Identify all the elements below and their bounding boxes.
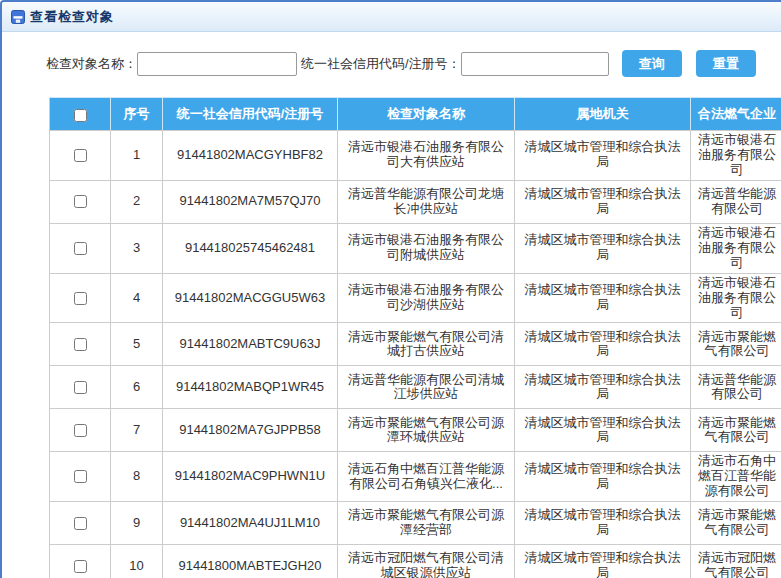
cell-index: 8	[111, 452, 163, 502]
table-header-row: 序号 统一社会信用代码/注册号 检查对象名称 属地机关 合法燃气企业	[50, 98, 781, 131]
credit-code-input[interactable]	[461, 52, 609, 76]
object-name-label: 检查对象名称：	[46, 55, 137, 73]
cell-code: 91441802MACGYHBF82	[163, 131, 338, 181]
col-header-name: 检查对象名称	[338, 98, 515, 131]
row-checkbox-cell	[50, 545, 111, 578]
col-header-company: 合法燃气企业	[691, 98, 781, 131]
table-row: 9 91441802MA4UJ1LM10 清远市聚能燃气有限公司源潭经营部 清城…	[50, 502, 781, 545]
cell-company: 清远市冠阳燃气有限公司	[691, 545, 781, 578]
cell-company: 清远普华能源有限公司	[691, 366, 781, 409]
table-row: 2 91441802MA7M57QJ70 清远普华能源有限公司龙塘长冲供应站 清…	[50, 180, 781, 223]
cell-index: 10	[111, 545, 163, 578]
inspection-objects-table: 序号 统一社会信用代码/注册号 检查对象名称 属地机关 合法燃气企业 1 914…	[49, 97, 781, 578]
cell-authority: 清城区城市管理和综合执法局	[515, 273, 691, 323]
table-row: 6 91441802MABQP1WR45 清远普华能源有限公司清城江埗供应站 清…	[50, 366, 781, 409]
row-checkbox-cell	[50, 502, 111, 545]
row-checkbox-cell	[50, 323, 111, 366]
floppy-disk-icon	[11, 10, 25, 24]
cell-company: 清远普华能源有限公司	[691, 180, 781, 223]
credit-code-label: 统一社会信用代码/注册号：	[301, 55, 461, 73]
table-row: 1 91441802MACGYHBF82 清远市银港石油服务有限公司大有供应站 …	[50, 131, 781, 181]
cell-index: 1	[111, 131, 163, 181]
query-button[interactable]: 查询	[622, 50, 682, 77]
table-row: 7 91441802MA7GJPPB58 清远市聚能燃气有限公司源潭环城供应站 …	[50, 409, 781, 452]
table-row: 10 91441800MABTEJGH20 清远市冠阳燃气有限公司清城区银源供应…	[50, 545, 781, 578]
row-checkbox[interactable]	[74, 292, 87, 305]
cell-authority: 清城区城市管理和综合执法局	[515, 545, 691, 578]
cell-code: 91441802MABQP1WR45	[163, 366, 338, 409]
row-checkbox[interactable]	[74, 149, 87, 162]
cell-authority: 清城区城市管理和综合执法局	[515, 366, 691, 409]
panel-titlebar: 查看检查对象	[2, 2, 781, 32]
row-checkbox[interactable]	[74, 338, 87, 351]
cell-name: 清远石角中燃百江普华能源有限公司石角镇兴仁液化...	[338, 452, 515, 502]
row-checkbox-cell	[50, 366, 111, 409]
row-checkbox[interactable]	[74, 517, 87, 530]
row-checkbox[interactable]	[74, 195, 87, 208]
row-checkbox-cell	[50, 452, 111, 502]
table-row: 4 91441802MACGGU5W63 清远市银港石油服务有限公司沙湖供应站 …	[50, 273, 781, 323]
cell-name: 清远市银港石油服务有限公司沙湖供应站	[338, 273, 515, 323]
row-checkbox-cell	[50, 409, 111, 452]
cell-index: 9	[111, 502, 163, 545]
cell-authority: 清城区城市管理和综合执法局	[515, 131, 691, 181]
cell-code: 91441802MA7GJPPB58	[163, 409, 338, 452]
cell-authority: 清城区城市管理和综合执法局	[515, 323, 691, 366]
cell-code: 914418025745462481	[163, 223, 338, 273]
row-checkbox[interactable]	[74, 242, 87, 255]
cell-company: 清远市石角中燃百江普华能源有限公司	[691, 452, 781, 502]
cell-company: 清远市聚能燃气有限公司	[691, 323, 781, 366]
cell-code: 91441800MABTEJGH20	[163, 545, 338, 578]
cell-code: 91441802MA7M57QJ70	[163, 180, 338, 223]
cell-authority: 清城区城市管理和综合执法局	[515, 502, 691, 545]
cell-name: 清远普华能源有限公司龙塘长冲供应站	[338, 180, 515, 223]
cell-authority: 清城区城市管理和综合执法局	[515, 180, 691, 223]
view-inspection-objects-panel: 查看检查对象 检查对象名称： 统一社会信用代码/注册号： 查询 重置 序号 统一…	[0, 0, 781, 578]
table-row: 5 91441802MABTC9U63J 清远市聚能燃气有限公司清城打古供应站 …	[50, 323, 781, 366]
select-all-cell	[50, 98, 111, 131]
cell-authority: 清城区城市管理和综合执法局	[515, 409, 691, 452]
col-header-authority: 属地机关	[515, 98, 691, 131]
row-checkbox[interactable]	[74, 381, 87, 394]
cell-name: 清远普华能源有限公司清城江埗供应站	[338, 366, 515, 409]
row-checkbox-cell	[50, 180, 111, 223]
row-checkbox-cell	[50, 223, 111, 273]
select-all-checkbox[interactable]	[74, 109, 87, 122]
row-checkbox[interactable]	[74, 424, 87, 437]
table-body: 1 91441802MACGYHBF82 清远市银港石油服务有限公司大有供应站 …	[50, 131, 781, 578]
cell-name: 清远市冠阳燃气有限公司清城区银源供应站	[338, 545, 515, 578]
cell-index: 6	[111, 366, 163, 409]
cell-code: 91441802MACGGU5W63	[163, 273, 338, 323]
cell-name: 清远市银港石油服务有限公司附城供应站	[338, 223, 515, 273]
cell-index: 7	[111, 409, 163, 452]
cell-name: 清远市银港石油服务有限公司大有供应站	[338, 131, 515, 181]
cell-name: 清远市聚能燃气有限公司清城打古供应站	[338, 323, 515, 366]
col-header-index: 序号	[111, 98, 163, 131]
cell-code: 91441802MABTC9U63J	[163, 323, 338, 366]
object-name-input[interactable]	[137, 52, 297, 76]
cell-index: 5	[111, 323, 163, 366]
cell-authority: 清城区城市管理和综合执法局	[515, 223, 691, 273]
cell-index: 4	[111, 273, 163, 323]
row-checkbox[interactable]	[74, 560, 87, 573]
cell-name: 清远市聚能燃气有限公司源潭经营部	[338, 502, 515, 545]
table-row: 8 91441802MAC9PHWN1U 清远石角中燃百江普华能源有限公司石角镇…	[50, 452, 781, 502]
cell-company: 清远市银港石油服务有限公司	[691, 273, 781, 323]
cell-company: 清远市聚能燃气有限公司	[691, 409, 781, 452]
cell-index: 2	[111, 180, 163, 223]
col-header-code: 统一社会信用代码/注册号	[163, 98, 338, 131]
cell-name: 清远市聚能燃气有限公司源潭环城供应站	[338, 409, 515, 452]
table-row: 3 914418025745462481 清远市银港石油服务有限公司附城供应站 …	[50, 223, 781, 273]
cell-company: 清远市聚能燃气有限公司	[691, 502, 781, 545]
cell-index: 3	[111, 223, 163, 273]
search-form: 检查对象名称： 统一社会信用代码/注册号： 查询 重置	[46, 50, 781, 77]
cell-code: 91441802MAC9PHWN1U	[163, 452, 338, 502]
row-checkbox-cell	[50, 131, 111, 181]
reset-button[interactable]: 重置	[696, 50, 756, 77]
cell-company: 清远市银港石油服务有限公司	[691, 223, 781, 273]
page-title: 查看检查对象	[30, 8, 114, 26]
row-checkbox[interactable]	[74, 470, 87, 483]
cell-authority: 清城区城市管理和综合执法局	[515, 452, 691, 502]
cell-code: 91441802MA4UJ1LM10	[163, 502, 338, 545]
cell-company: 清远市银港石油服务有限公司	[691, 131, 781, 181]
